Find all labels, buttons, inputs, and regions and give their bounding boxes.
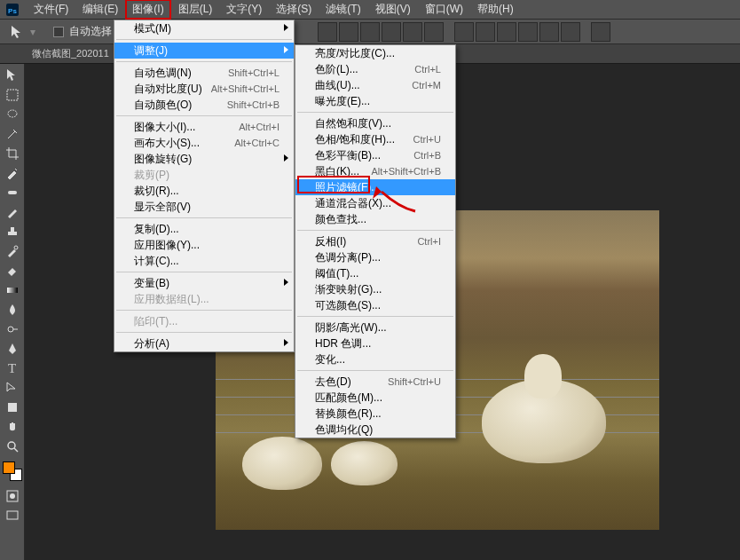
menu-item: 应用数据组(L)... [114, 291, 294, 307]
dodge-tool[interactable] [2, 319, 23, 339]
color-swatch[interactable] [3, 461, 22, 481]
menu-视图[interactable]: 视图(V) [368, 0, 418, 20]
screenmode-tool[interactable] [2, 506, 23, 525]
menu-item[interactable]: 模式(M) [114, 20, 294, 36]
menu-item[interactable]: 替换颜色(R)... [295, 406, 455, 422]
align-button[interactable] [339, 22, 358, 42]
menu-item[interactable]: 图像大小(I)...Alt+Ctrl+I [114, 119, 294, 135]
menu-item[interactable]: 可选颜色(S)... [295, 297, 455, 313]
menu-item[interactable]: 色相/饱和度(H)...Ctrl+U [295, 131, 455, 147]
eraser-tool[interactable] [2, 261, 23, 280]
align-button[interactable] [318, 22, 337, 42]
gradient-tool[interactable] [2, 280, 23, 300]
distribute-button[interactable] [454, 22, 474, 42]
svg-text:Ps: Ps [8, 7, 17, 15]
menu-图像[interactable]: 图像(I) [125, 0, 170, 20]
menu-item[interactable]: 分析(A) [114, 335, 294, 351]
history-brush-tool[interactable] [2, 241, 23, 261]
path-tool[interactable] [2, 378, 23, 398]
menu-item[interactable]: 自动颜色(O)Shift+Ctrl+B [114, 97, 294, 113]
menu-item[interactable]: 变量(B) [114, 275, 294, 291]
stamp-tool[interactable] [2, 222, 23, 241]
menu-item[interactable]: 匹配颜色(M)... [295, 390, 455, 406]
menu-item[interactable]: 图像旋转(G) [114, 151, 294, 167]
pen-tool[interactable] [2, 339, 23, 359]
distribute-button[interactable] [476, 22, 495, 42]
eyedropper-tool[interactable] [2, 163, 23, 183]
menu-item[interactable]: 照片滤镜(F)... [295, 179, 455, 195]
document-tab[interactable]: 微信截图_202011 [32, 47, 109, 60]
menu-item[interactable]: 显示全部(V) [114, 199, 294, 215]
menu-item[interactable]: 阈值(T)... [295, 265, 455, 281]
menu-item[interactable]: 色彩平衡(B)...Ctrl+B [295, 147, 455, 163]
menubar: Ps 文件(F)编辑(E)图像(I)图层(L)文字(Y)选择(S)滤镜(T)视图… [0, 0, 740, 20]
crop-tool[interactable] [2, 144, 23, 163]
align-button[interactable] [424, 22, 444, 42]
shape-tool[interactable] [2, 398, 23, 417]
menu-item[interactable]: 调整(J) [114, 43, 294, 59]
menu-item[interactable]: 复制(D)... [114, 221, 294, 237]
menu-文字[interactable]: 文字(Y) [219, 0, 269, 20]
menu-item[interactable]: 自动对比度(U)Alt+Shift+Ctrl+L [114, 81, 294, 97]
menu-item[interactable]: 自然饱和度(V)... [295, 115, 455, 131]
menu-窗口[interactable]: 窗口(W) [418, 0, 470, 20]
svg-rect-12 [7, 511, 18, 519]
lasso-tool[interactable] [2, 105, 23, 124]
hand-tool[interactable] [2, 417, 23, 437]
menu-图层[interactable]: 图层(L) [171, 0, 220, 20]
menu-item[interactable]: 色调分离(P)... [295, 249, 455, 265]
arrange-button[interactable] [591, 22, 610, 42]
menu-item[interactable]: 阴影/高光(W)... [295, 319, 455, 335]
blur-tool[interactable] [2, 300, 23, 319]
menu-滤镜[interactable]: 滤镜(T) [319, 0, 367, 20]
menu-编辑[interactable]: 编辑(E) [75, 0, 125, 20]
options-bar: ▾ 自动选择： [0, 20, 740, 44]
menu-item[interactable]: 黑白(K)...Alt+Shift+Ctrl+B [295, 163, 455, 179]
menu-item[interactable]: 画布大小(S)...Alt+Ctrl+C [114, 135, 294, 151]
zoom-tool[interactable] [2, 437, 23, 456]
menu-item[interactable]: 曲线(U)...Ctrl+M [295, 77, 455, 93]
distribute-button[interactable] [539, 22, 559, 42]
distribute-button[interactable] [561, 22, 580, 42]
align-button[interactable] [382, 22, 401, 42]
menu-item[interactable]: 渐变映射(G)... [295, 281, 455, 297]
adjustments-submenu: 亮度/对比度(C)...色阶(L)...Ctrl+L曲线(U)...Ctrl+M… [295, 44, 456, 438]
menu-item[interactable]: 通道混合器(X)... [295, 195, 455, 211]
menu-item[interactable]: 色调均化(Q) [295, 422, 455, 438]
menu-item[interactable]: 变化... [295, 351, 455, 367]
menu-选择[interactable]: 选择(S) [269, 0, 319, 20]
svg-point-7 [8, 327, 13, 332]
move-tool[interactable] [2, 66, 23, 85]
menu-item[interactable]: 曝光度(E)... [295, 93, 455, 109]
menu-文件[interactable]: 文件(F) [27, 0, 75, 20]
menu-item[interactable]: HDR 色调... [295, 335, 455, 351]
move-tool-icon [9, 24, 25, 40]
marquee-tool[interactable] [2, 85, 23, 105]
distribute-button[interactable] [518, 22, 538, 42]
menu-item[interactable]: 色阶(L)...Ctrl+L [295, 61, 455, 77]
menu-item[interactable]: 亮度/对比度(C)... [295, 45, 455, 61]
brush-tool[interactable] [2, 202, 23, 222]
menu-item[interactable]: 反相(I)Ctrl+I [295, 233, 455, 249]
align-button[interactable] [360, 22, 380, 42]
svg-point-3 [8, 110, 17, 117]
menu-item[interactable]: 裁切(R)... [114, 183, 294, 199]
quickmask-tool[interactable] [2, 486, 23, 506]
menu-item[interactable]: 去色(D)Shift+Ctrl+U [295, 374, 455, 390]
menu-item[interactable]: 应用图像(Y)... [114, 237, 294, 253]
svg-point-5 [14, 246, 18, 249]
align-button[interactable] [403, 22, 422, 42]
type-tool[interactable]: T [2, 359, 23, 378]
distribute-button[interactable] [497, 22, 516, 42]
menu-item[interactable]: 计算(C)... [114, 253, 294, 269]
heal-tool[interactable] [2, 183, 23, 202]
wand-tool[interactable] [2, 124, 23, 144]
menu-item[interactable]: 自动色调(N)Shift+Ctrl+L [114, 65, 294, 81]
svg-rect-4 [8, 191, 17, 194]
auto-select-checkbox[interactable] [53, 27, 64, 37]
menu-帮助[interactable]: 帮助(H) [470, 0, 521, 20]
menu-item[interactable]: 颜色查找... [295, 211, 455, 227]
svg-point-11 [10, 493, 15, 499]
menu-item: 裁剪(P) [114, 167, 294, 183]
app-logo-icon: Ps [5, 3, 20, 17]
